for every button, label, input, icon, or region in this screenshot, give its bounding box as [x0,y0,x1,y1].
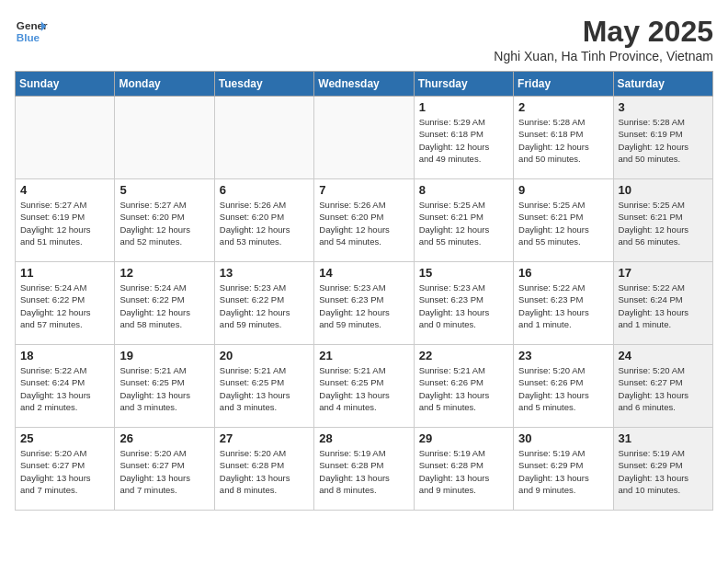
calendar-cell: 22Sunrise: 5:21 AM Sunset: 6:26 PM Dayli… [414,345,513,428]
page-header: General Blue May 2025 Nghi Xuan, Ha Tinh… [15,15,713,63]
calendar-body: 1Sunrise: 5:29 AM Sunset: 6:18 PM Daylig… [16,97,713,511]
location-subtitle: Nghi Xuan, Ha Tinh Province, Vietnam [494,49,713,63]
day-number: 8 [419,183,508,197]
day-number: 20 [220,349,309,362]
day-number: 26 [119,431,209,445]
day-info: Sunrise: 5:19 AM Sunset: 6:29 PM Dayligh… [619,447,708,496]
day-number: 30 [518,431,608,445]
day-info: Sunrise: 5:26 AM Sunset: 6:20 PM Dayligh… [220,199,309,247]
day-number: 24 [619,349,708,362]
calendar-cell: 26Sunrise: 5:20 AM Sunset: 6:27 PM Dayli… [115,428,214,511]
day-number: 31 [619,431,708,445]
day-info: Sunrise: 5:21 AM Sunset: 6:25 PM Dayligh… [319,364,408,413]
calendar-cell: 21Sunrise: 5:21 AM Sunset: 6:25 PM Dayli… [314,345,414,428]
calendar-cell: 24Sunrise: 5:20 AM Sunset: 6:27 PM Dayli… [613,345,712,428]
day-number: 25 [20,431,109,445]
calendar-cell: 16Sunrise: 5:22 AM Sunset: 6:23 PM Dayli… [514,262,613,345]
day-info: Sunrise: 5:25 AM Sunset: 6:21 PM Dayligh… [619,199,708,247]
calendar-cell: 18Sunrise: 5:22 AM Sunset: 6:24 PM Dayli… [16,345,115,428]
day-number: 10 [619,183,708,197]
month-title: May 2025 [494,15,713,49]
calendar-cell: 8Sunrise: 5:25 AM Sunset: 6:21 PM Daylig… [414,179,513,262]
day-info: Sunrise: 5:20 AM Sunset: 6:27 PM Dayligh… [119,447,209,496]
calendar-cell: 27Sunrise: 5:20 AM Sunset: 6:28 PM Dayli… [214,428,313,511]
calendar-cell: 11Sunrise: 5:24 AM Sunset: 6:22 PM Dayli… [16,262,115,345]
calendar-cell: 6Sunrise: 5:26 AM Sunset: 6:20 PM Daylig… [214,179,313,262]
calendar-cell: 17Sunrise: 5:22 AM Sunset: 6:24 PM Dayli… [613,262,712,345]
day-info: Sunrise: 5:20 AM Sunset: 6:26 PM Dayligh… [518,364,608,413]
calendar-cell: 5Sunrise: 5:27 AM Sunset: 6:20 PM Daylig… [115,179,214,262]
week-row-4: 18Sunrise: 5:22 AM Sunset: 6:24 PM Dayli… [16,345,713,428]
day-info: Sunrise: 5:22 AM Sunset: 6:23 PM Dayligh… [518,282,608,330]
week-row-2: 4Sunrise: 5:27 AM Sunset: 6:19 PM Daylig… [16,179,713,262]
day-info: Sunrise: 5:26 AM Sunset: 6:20 PM Dayligh… [319,199,408,247]
calendar-cell: 31Sunrise: 5:19 AM Sunset: 6:29 PM Dayli… [613,428,712,511]
day-info: Sunrise: 5:24 AM Sunset: 6:22 PM Dayligh… [20,282,109,330]
calendar-cell: 10Sunrise: 5:25 AM Sunset: 6:21 PM Dayli… [613,179,712,262]
day-info: Sunrise: 5:25 AM Sunset: 6:21 PM Dayligh… [419,199,508,247]
day-info: Sunrise: 5:24 AM Sunset: 6:22 PM Dayligh… [119,282,209,330]
calendar-cell: 15Sunrise: 5:23 AM Sunset: 6:23 PM Dayli… [414,262,513,345]
day-number: 23 [518,349,608,362]
calendar-cell: 25Sunrise: 5:20 AM Sunset: 6:27 PM Dayli… [16,428,115,511]
day-info: Sunrise: 5:29 AM Sunset: 6:18 PM Dayligh… [419,116,508,165]
day-number: 13 [220,266,309,280]
day-info: Sunrise: 5:28 AM Sunset: 6:19 PM Dayligh… [619,116,708,165]
day-info: Sunrise: 5:21 AM Sunset: 6:25 PM Dayligh… [220,364,309,413]
day-number: 3 [619,100,708,114]
calendar-cell: 12Sunrise: 5:24 AM Sunset: 6:22 PM Dayli… [115,262,214,345]
calendar-cell [314,97,414,179]
day-info: Sunrise: 5:28 AM Sunset: 6:18 PM Dayligh… [518,116,608,165]
weekday-saturday: Saturday [613,72,712,97]
day-number: 6 [220,183,309,197]
calendar-cell [214,97,313,179]
weekday-wednesday: Wednesday [314,72,414,97]
day-info: Sunrise: 5:22 AM Sunset: 6:24 PM Dayligh… [619,282,708,330]
weekday-tuesday: Tuesday [214,72,313,97]
day-info: Sunrise: 5:23 AM Sunset: 6:22 PM Dayligh… [220,282,309,330]
day-number: 21 [319,349,408,362]
calendar-cell: 13Sunrise: 5:23 AM Sunset: 6:22 PM Dayli… [214,262,313,345]
day-info: Sunrise: 5:23 AM Sunset: 6:23 PM Dayligh… [319,282,408,330]
day-info: Sunrise: 5:27 AM Sunset: 6:19 PM Dayligh… [20,199,109,247]
day-number: 5 [119,183,209,197]
week-row-5: 25Sunrise: 5:20 AM Sunset: 6:27 PM Dayli… [16,428,713,511]
day-number: 15 [419,266,508,280]
weekday-header-row: SundayMondayTuesdayWednesdayThursdayFrid… [16,72,713,97]
weekday-monday: Monday [115,72,214,97]
calendar-cell: 4Sunrise: 5:27 AM Sunset: 6:19 PM Daylig… [16,179,115,262]
day-info: Sunrise: 5:19 AM Sunset: 6:28 PM Dayligh… [419,447,508,496]
day-number: 29 [419,431,508,445]
logo: General Blue [15,15,48,48]
calendar-cell [115,97,214,179]
calendar-table: SundayMondayTuesdayWednesdayThursdayFrid… [15,71,713,511]
calendar-cell: 9Sunrise: 5:25 AM Sunset: 6:21 PM Daylig… [514,179,613,262]
calendar-cell: 30Sunrise: 5:19 AM Sunset: 6:29 PM Dayli… [514,428,613,511]
weekday-thursday: Thursday [414,72,513,97]
calendar-cell: 2Sunrise: 5:28 AM Sunset: 6:18 PM Daylig… [514,97,613,179]
day-info: Sunrise: 5:22 AM Sunset: 6:24 PM Dayligh… [20,364,109,413]
day-number: 16 [518,266,608,280]
day-info: Sunrise: 5:20 AM Sunset: 6:27 PM Dayligh… [20,447,109,496]
svg-text:Blue: Blue [17,31,40,43]
calendar-cell: 19Sunrise: 5:21 AM Sunset: 6:25 PM Dayli… [115,345,214,428]
day-number: 7 [319,183,408,197]
day-number: 11 [20,266,109,280]
day-info: Sunrise: 5:20 AM Sunset: 6:27 PM Dayligh… [619,364,708,413]
calendar-cell: 3Sunrise: 5:28 AM Sunset: 6:19 PM Daylig… [613,97,712,179]
logo-icon: General Blue [15,15,48,48]
day-info: Sunrise: 5:19 AM Sunset: 6:28 PM Dayligh… [319,447,408,496]
calendar-cell: 14Sunrise: 5:23 AM Sunset: 6:23 PM Dayli… [314,262,414,345]
day-info: Sunrise: 5:21 AM Sunset: 6:26 PM Dayligh… [419,364,508,413]
day-number: 27 [220,431,309,445]
day-info: Sunrise: 5:23 AM Sunset: 6:23 PM Dayligh… [419,282,508,330]
day-number: 17 [619,266,708,280]
day-info: Sunrise: 5:27 AM Sunset: 6:20 PM Dayligh… [119,199,209,247]
day-number: 9 [518,183,608,197]
weekday-friday: Friday [514,72,613,97]
weekday-sunday: Sunday [16,72,115,97]
day-number: 19 [119,349,209,362]
calendar-cell: 28Sunrise: 5:19 AM Sunset: 6:28 PM Dayli… [314,428,414,511]
day-number: 22 [419,349,508,362]
day-info: Sunrise: 5:21 AM Sunset: 6:25 PM Dayligh… [119,364,209,413]
